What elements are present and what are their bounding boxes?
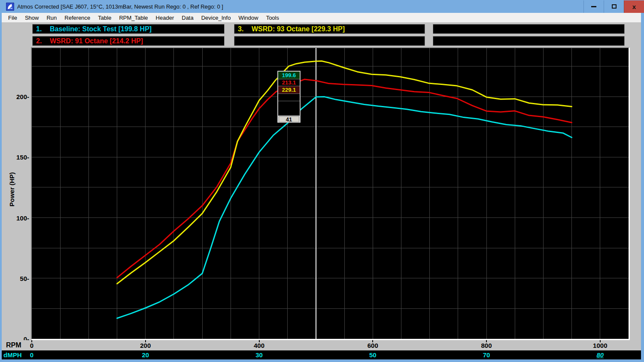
- close-icon: x: [632, 3, 636, 10]
- x-tick-800: 800: [481, 342, 492, 349]
- x-axis-title: RPM: [6, 341, 21, 349]
- x-tick-600: 600: [368, 342, 378, 349]
- readout-value-3: 229.1: [278, 86, 300, 94]
- dmph-tick-20: 20: [142, 351, 149, 359]
- grid-lines: [32, 48, 629, 339]
- power-chart: [32, 48, 629, 339]
- legend-slot-empty: [234, 36, 425, 46]
- maximize-icon: [612, 4, 617, 9]
- readout-value-2: 213.1: [278, 79, 300, 86]
- y-axis-title-wrap: Power (HP): [2, 47, 21, 332]
- minimize-button[interactable]: [583, 0, 604, 13]
- x-axis: RPM 02004006008001000: [2, 340, 641, 350]
- dmph-axis-title: dMPH: [3, 351, 22, 359]
- y-tick-50: 50-: [2, 275, 29, 282]
- dmph-tick-80: 80: [596, 351, 604, 359]
- maximize-button[interactable]: [604, 0, 624, 13]
- legend-run-label: Baseline: Stock Test [199.8 HP]: [50, 25, 152, 33]
- window-controls: x: [583, 0, 644, 13]
- legend-run-label: WSRD: 93 Octane [229.3 HP]: [252, 25, 345, 33]
- legend-slot-empty: [433, 36, 625, 46]
- menu-item-run[interactable]: Run: [43, 15, 61, 21]
- legend-run-2[interactable]: 2.WSRD: 91 Octane [214.2 HP]: [32, 36, 225, 46]
- dmph-tick-0: 0: [30, 351, 33, 359]
- plot-area[interactable]: 199.6213.1229.141: [31, 47, 630, 340]
- legend-run-number: 2.: [36, 37, 50, 45]
- menu-bar: FileShowRunReferenceTableRPM_TableHeader…: [2, 13, 641, 22]
- legend-slot-empty: [433, 24, 625, 34]
- y-tick-200: 200-: [2, 93, 29, 100]
- y-axis-title: Power (HP): [8, 172, 15, 206]
- readout-value-5: [278, 101, 300, 116]
- dmph-axis: dMPH 02030507080: [2, 350, 641, 359]
- dmph-tick-50: 50: [369, 351, 377, 359]
- menu-item-file[interactable]: File: [4, 15, 21, 21]
- legend-run-3[interactable]: 3.WSRD: 93 Octane [229.3 HP]: [234, 24, 425, 34]
- menu-item-tools[interactable]: Tools: [262, 15, 283, 21]
- legend-area: 1.Baseline: Stock Test [199.8 HP]2.WSRD:…: [2, 22, 641, 47]
- app-window: Atmos Corrected [SAE J607, 15°C, 1013mBa…: [0, 0, 644, 362]
- close-button[interactable]: x: [624, 0, 644, 13]
- minimize-icon: [591, 6, 596, 7]
- x-tick-200: 200: [140, 342, 151, 349]
- legend-run-label: WSRD: 91 Octane [214.2 HP]: [50, 37, 143, 45]
- legend-run-number: 3.: [238, 25, 252, 33]
- menu-item-device_info[interactable]: Device_Info: [197, 15, 235, 21]
- window-title: Atmos Corrected [SAE J607, 15°C, 1013mBa…: [17, 3, 223, 10]
- menu-item-window[interactable]: Window: [234, 15, 262, 21]
- cursor-readout[interactable]: 199.6213.1229.141: [277, 71, 301, 123]
- title-bar[interactable]: Atmos Corrected [SAE J607, 15°C, 1013mBa…: [0, 0, 644, 13]
- y-tick-150: 150-: [2, 154, 29, 161]
- legend-run-1[interactable]: 1.Baseline: Stock Test [199.8 HP]: [32, 24, 225, 34]
- x-tick-1000: 1000: [593, 342, 607, 349]
- readout-dmph-value: 41: [279, 116, 299, 122]
- menu-item-rpm_table[interactable]: RPM_Table: [115, 15, 152, 21]
- x-tick-400: 400: [254, 342, 264, 349]
- dmph-tick-70: 70: [483, 351, 490, 359]
- menu-item-header[interactable]: Header: [152, 15, 178, 21]
- menu-item-table[interactable]: Table: [94, 15, 115, 21]
- app-icon: [6, 3, 14, 11]
- chart-region: Power (HP) 0-50-100-150-200- 199.6213.12…: [2, 47, 641, 340]
- menu-item-show[interactable]: Show: [21, 15, 43, 21]
- menu-item-reference[interactable]: Reference: [61, 15, 94, 21]
- legend-run-number: 1.: [36, 25, 50, 33]
- y-tick-100: 100-: [2, 214, 29, 221]
- menu-item-data[interactable]: Data: [178, 15, 197, 21]
- readout-value-1: 199.6: [278, 72, 300, 79]
- readout-value-4: [278, 94, 300, 101]
- x-tick-0: 0: [30, 342, 33, 349]
- dmph-tick-30: 30: [255, 351, 263, 359]
